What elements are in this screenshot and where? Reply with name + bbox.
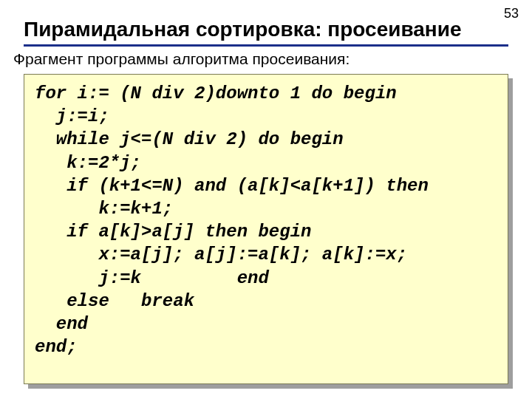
slide-subtitle: Фрагмент программы алгоритма просеивания… [13, 50, 349, 68]
title-underline [24, 44, 508, 47]
slide-title: Пирамидальная сортировка: просеивание [24, 18, 508, 44]
code-container: for i:= (N div 2)downto 1 do begin j:=i;… [24, 74, 508, 384]
code-block: for i:= (N div 2)downto 1 do begin j:=i;… [24, 74, 508, 384]
slide: 53 Пирамидальная сортировка: просеивание… [0, 0, 532, 399]
